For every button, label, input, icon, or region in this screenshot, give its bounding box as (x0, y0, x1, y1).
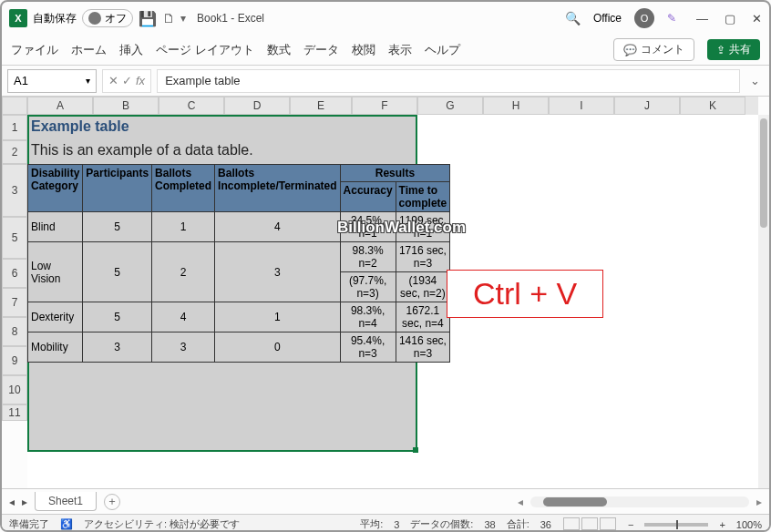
formula-value: Example table (165, 74, 240, 87)
row-header-5[interactable]: 5 (2, 217, 27, 259)
col-header-G[interactable]: G (417, 97, 483, 115)
row-header-2[interactable]: 2 (2, 140, 27, 164)
cell: 1716 sec, n=3 (396, 242, 450, 272)
account-avatar[interactable]: O (634, 8, 654, 28)
name-box[interactable]: A1 ▾ (7, 69, 97, 93)
col-header-K[interactable]: K (680, 97, 745, 115)
col-header-E[interactable]: E (290, 97, 352, 115)
vertical-scrollbar[interactable] (758, 115, 769, 488)
autosave-toggle[interactable]: オフ (82, 9, 133, 27)
sheet-nav-prev-icon[interactable]: ◂ (9, 496, 15, 508)
drawing-mode-icon[interactable]: ✎ (667, 12, 676, 25)
row-header-6[interactable]: 6 (2, 259, 27, 288)
tab-insert[interactable]: 挿入 (119, 42, 143, 58)
cell: Blind (28, 212, 83, 242)
accessibility-icon[interactable]: ♿ (60, 518, 73, 530)
header-disability: Disability Category (28, 165, 83, 212)
row-header-3[interactable]: 3 (2, 164, 27, 217)
cell: 3 (215, 242, 340, 302)
zoom-slider[interactable] (644, 523, 708, 527)
cell: 4 (152, 302, 215, 332)
col-header-D[interactable]: D (224, 97, 290, 115)
tab-review[interactable]: 校閲 (352, 42, 375, 58)
tab-help[interactable]: ヘルプ (425, 42, 460, 58)
ribbon-tabs: ファイル ホーム 挿入 ページ レイアウト 数式 データ 校閲 表示 ヘルプ 💬… (2, 35, 769, 66)
sheet-tab-bar: ◂ ▸ Sheet1 ＋ ◂ ▸ (2, 488, 769, 514)
row-header-10[interactable]: 10 (2, 375, 27, 404)
formula-bar: A1 ▾ ✕ ✓ fx Example table ⌄ (2, 66, 769, 97)
col-header-J[interactable]: J (614, 97, 680, 115)
autosave-label: 自動保存 (33, 11, 77, 26)
header-accuracy: Accuracy (340, 182, 396, 212)
row-header-11[interactable]: 11 (2, 404, 27, 421)
horizontal-scrollbar[interactable] (530, 496, 749, 507)
col-header-I[interactable]: I (549, 97, 614, 115)
save-icon[interactable]: 💾 (139, 10, 157, 27)
qat-overflow-icon[interactable]: ▾ (180, 12, 186, 25)
autosave-state: オフ (105, 11, 127, 26)
shortcut-annotation: Ctrl + V (447, 270, 603, 318)
cell: 1672.1 sec, n=4 (396, 302, 450, 332)
zoom-in-icon[interactable]: + (719, 519, 725, 530)
expand-formula-bar-icon[interactable]: ⌄ (745, 74, 764, 87)
formula-input[interactable]: Example table (157, 69, 740, 93)
tab-home[interactable]: ホーム (71, 42, 107, 58)
scrollbar-thumb[interactable] (760, 118, 767, 228)
row-header-8[interactable]: 8 (2, 317, 27, 346)
chevron-down-icon: ▾ (86, 76, 90, 86)
table-title: Example table (27, 118, 129, 135)
comments-label: コメント (641, 42, 684, 57)
tab-scroll-right-icon[interactable]: ▸ (756, 496, 762, 508)
add-sheet-button[interactable]: ＋ (104, 494, 120, 510)
search-icon[interactable]: 🔍 (565, 11, 581, 26)
comments-button[interactable]: 💬 コメント (613, 38, 694, 61)
col-header-H[interactable]: H (483, 97, 549, 115)
select-all-corner[interactable] (2, 97, 27, 115)
col-header-C[interactable]: C (159, 97, 224, 115)
tab-layout[interactable]: ページ レイアウト (156, 42, 254, 58)
share-button[interactable]: ⇪ 共有 (707, 39, 760, 60)
tab-view[interactable]: 表示 (388, 42, 412, 58)
row-header-7[interactable]: 7 (2, 288, 27, 317)
cell: 34.5%, n=1 (340, 212, 396, 242)
col-header-F[interactable]: F (352, 97, 417, 115)
table-header-row: Disability Category Participants Ballots… (28, 165, 450, 182)
sheet-nav-next-icon[interactable]: ▸ (22, 496, 27, 508)
accept-formula-icon[interactable]: ✓ (122, 74, 132, 87)
tab-data[interactable]: データ (303, 42, 339, 58)
stat-avg-label: 平均: (360, 517, 383, 531)
tab-formulas[interactable]: 数式 (267, 42, 291, 58)
tab-scroll-left-icon[interactable]: ◂ (518, 496, 523, 508)
row-header-9[interactable]: 9 (2, 346, 27, 375)
cell: 3 (152, 332, 215, 363)
cell: 0 (215, 332, 340, 363)
name-box-value: A1 (14, 74, 28, 87)
fill-handle[interactable] (413, 447, 418, 453)
cancel-formula-icon[interactable]: ✕ (108, 74, 118, 87)
spreadsheet-grid[interactable]: ABCDEFGHIJK 123567891011 Example table T… (2, 97, 769, 488)
cell: Dexterity (28, 302, 83, 332)
minimize-button[interactable]: — (696, 12, 708, 26)
formula-bar-buttons: ✕ ✓ fx (102, 69, 151, 93)
sheet-tab-active[interactable]: Sheet1 (35, 492, 97, 511)
column-headers: ABCDEFGHIJK (2, 97, 758, 115)
cell: 5 (83, 212, 152, 242)
header-incomplete: Ballots Incomplete/Terminated (215, 165, 340, 212)
close-button[interactable]: ✕ (752, 12, 762, 26)
cell: 4 (215, 212, 340, 242)
col-header-A[interactable]: A (27, 97, 93, 115)
view-mode-buttons[interactable] (562, 517, 617, 532)
cell: (97.7%, n=3) (340, 272, 396, 302)
tab-file[interactable]: ファイル (11, 42, 58, 58)
maximize-button[interactable]: ▢ (725, 12, 735, 26)
cell: 98.3%, n=4 (340, 302, 396, 332)
header-participants: Participants (83, 165, 152, 212)
new-doc-icon[interactable]: 🗋 (162, 11, 175, 26)
row-header-1[interactable]: 1 (2, 115, 27, 140)
zoom-out-icon[interactable]: − (628, 519, 633, 530)
scrollbar-thumb[interactable] (543, 497, 607, 506)
fx-icon[interactable]: fx (136, 74, 145, 87)
cell-canvas[interactable]: Example table This is an example of a da… (27, 115, 758, 488)
col-header-B[interactable]: B (93, 97, 159, 115)
cell: 1199 sec, n=1 (396, 212, 450, 242)
